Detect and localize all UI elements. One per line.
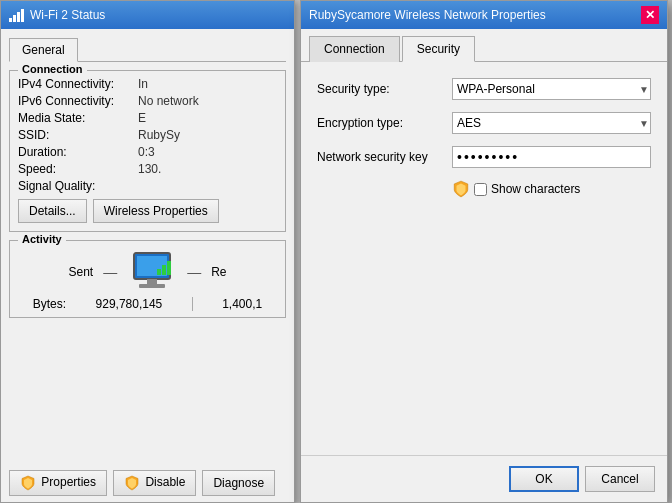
- shield-show-icon: [452, 180, 470, 198]
- ipv6-value: No network: [138, 94, 199, 108]
- encryption-type-row: Encryption type: AES TKIP ▼: [317, 112, 651, 134]
- ipv6-label: IPv6 Connectivity:: [18, 94, 138, 108]
- ipv6-row: IPv6 Connectivity: No network: [18, 94, 277, 108]
- network-key-input[interactable]: [452, 146, 651, 168]
- dash-left: —: [103, 264, 117, 280]
- security-type-row: Security type: WPA-Personal WPA2-Persona…: [317, 78, 651, 100]
- disable-label: Disable: [145, 475, 185, 489]
- connection-section-label: Connection: [18, 63, 87, 75]
- bytes-row: Bytes: 929,780,145 1,400,1: [18, 297, 277, 311]
- ok-button[interactable]: OK: [509, 466, 579, 492]
- activity-label: Activity: [18, 233, 66, 245]
- ipv4-label: IPv4 Connectivity:: [18, 77, 138, 91]
- diagnose-button[interactable]: Diagnose: [202, 470, 275, 496]
- connection-section: Connection IPv4 Connectivity: In IPv6 Co…: [9, 70, 286, 232]
- speed-row: Speed: 130.: [18, 162, 277, 176]
- show-chars-checkbox[interactable]: [474, 183, 487, 196]
- wifi-window-content: General Connection IPv4 Connectivity: In…: [1, 29, 294, 464]
- security-type-select[interactable]: WPA-Personal WPA2-Personal WPA3-Personal…: [452, 78, 651, 100]
- tab-security[interactable]: Security: [402, 36, 475, 62]
- svg-rect-3: [139, 284, 165, 288]
- cancel-button[interactable]: Cancel: [585, 466, 655, 492]
- properties-button[interactable]: Properties: [9, 470, 107, 496]
- show-chars-label[interactable]: Show characters: [491, 182, 580, 196]
- dash-right: —: [187, 264, 201, 280]
- wifi-titlebar: Wi-Fi 2 Status: [1, 1, 294, 29]
- wifi-tab-bar: General: [9, 37, 286, 62]
- ssid-label: SSID:: [18, 128, 138, 142]
- dialog-tabs: Connection Security: [301, 29, 667, 62]
- media-state-row: Media State: E: [18, 111, 277, 125]
- dialog-title: RubySycamore Wireless Network Properties: [309, 8, 546, 22]
- bytes-divider: [192, 297, 193, 311]
- signal-label: Signal Quality:: [18, 179, 138, 193]
- network-key-row: Network security key: [317, 146, 651, 168]
- encryption-type-label: Encryption type:: [317, 116, 452, 130]
- svg-rect-4: [157, 269, 161, 275]
- activity-section: Activity Sent —: [9, 240, 286, 318]
- media-state-label: Media State:: [18, 111, 138, 125]
- tab-connection[interactable]: Connection: [309, 36, 400, 62]
- speed-value: 130.: [138, 162, 161, 176]
- recv-label: Re: [211, 265, 226, 279]
- connection-buttons: Details... Wireless Properties: [18, 199, 277, 223]
- activity-icons-row: Sent —: [68, 251, 226, 293]
- media-state-value: E: [138, 111, 146, 125]
- network-key-label: Network security key: [317, 150, 452, 164]
- dialog-body: Security type: WPA-Personal WPA2-Persona…: [301, 62, 667, 455]
- dialog-titlebar: RubySycamore Wireless Network Properties…: [301, 1, 667, 29]
- recv-bytes-value: 1,400,1: [222, 297, 262, 311]
- duration-row: Duration: 0:3: [18, 145, 277, 159]
- disable-button[interactable]: Disable: [113, 470, 196, 496]
- encryption-type-control: AES TKIP ▼: [452, 112, 651, 134]
- bottom-buttons: Properties Disable Diagnose: [1, 464, 294, 502]
- properties-label: Properties: [41, 475, 96, 489]
- network-key-control: [452, 146, 651, 168]
- titlebar-left: Wi-Fi 2 Status: [9, 8, 105, 22]
- ipv4-row: IPv4 Connectivity: In: [18, 77, 277, 91]
- computer-icon: [127, 251, 177, 293]
- computer-svg: [127, 251, 177, 293]
- svg-rect-6: [167, 261, 171, 275]
- security-type-wrapper: WPA-Personal WPA2-Personal WPA3-Personal…: [452, 78, 651, 100]
- ssid-row: SSID: RubySy: [18, 128, 277, 142]
- svg-rect-5: [162, 265, 166, 275]
- ssid-value: RubySy: [138, 128, 180, 142]
- svg-rect-2: [147, 279, 157, 284]
- dialog-footer: OK Cancel: [301, 455, 667, 502]
- encryption-type-select[interactable]: AES TKIP: [452, 112, 651, 134]
- shield-disable-icon: [124, 475, 140, 491]
- bytes-static-label: Bytes:: [33, 297, 66, 311]
- sent-bytes-value: 929,780,145: [96, 297, 163, 311]
- sent-label: Sent: [68, 265, 93, 279]
- wireless-properties-button[interactable]: Wireless Properties: [93, 199, 219, 223]
- duration-value: 0:3: [138, 145, 155, 159]
- signal-row: Signal Quality:: [18, 179, 277, 193]
- wifi-icon: [9, 8, 24, 22]
- details-button[interactable]: Details...: [18, 199, 87, 223]
- wifi-window-title: Wi-Fi 2 Status: [30, 8, 105, 22]
- properties-dialog: RubySycamore Wireless Network Properties…: [300, 0, 668, 503]
- security-type-control: WPA-Personal WPA2-Personal WPA3-Personal…: [452, 78, 651, 100]
- activity-inner: Sent —: [18, 247, 277, 311]
- ipv4-value: In: [138, 77, 148, 91]
- speed-label: Speed:: [18, 162, 138, 176]
- shield-properties-icon: [20, 475, 36, 491]
- duration-label: Duration:: [18, 145, 138, 159]
- wifi-status-window: Wi-Fi 2 Status General Connection IPv4 C…: [0, 0, 295, 503]
- show-chars-row: Show characters: [317, 180, 651, 198]
- encryption-type-wrapper: AES TKIP ▼: [452, 112, 651, 134]
- tab-general[interactable]: General: [9, 38, 78, 62]
- close-button[interactable]: ✕: [641, 6, 659, 24]
- security-type-label: Security type:: [317, 82, 452, 96]
